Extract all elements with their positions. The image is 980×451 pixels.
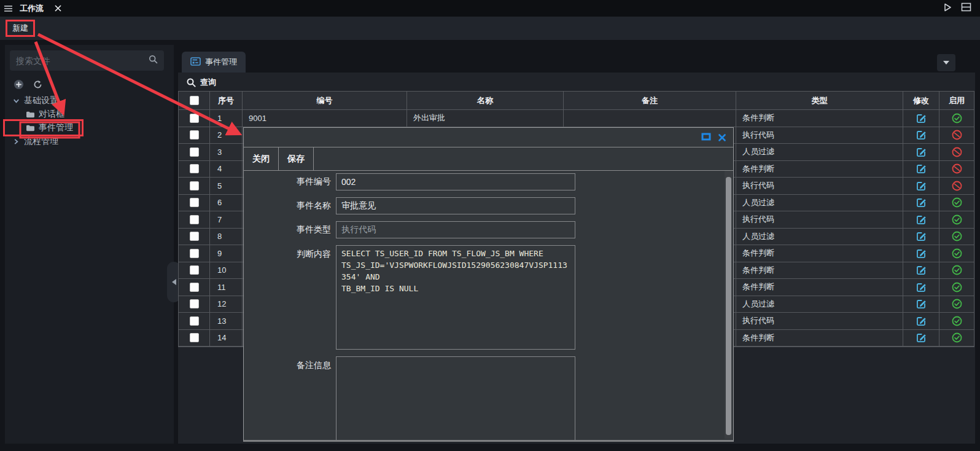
chevron-left-icon [171,278,177,286]
edit-button[interactable] [916,332,927,343]
plus-circle-icon[interactable] [14,79,24,92]
row-checkbox[interactable] [190,232,199,241]
enable-toggle[interactable] [952,113,962,124]
edit-button[interactable] [916,299,927,309]
row-checkbox[interactable] [190,198,199,207]
row-checkbox[interactable] [190,249,199,258]
cell-no: 3 [210,144,243,161]
table-header-row: 序号 编号 名称 备注 类型 修改 启用 [179,92,974,110]
search-icon [149,55,158,66]
tab-overflow-button[interactable] [937,54,955,71]
form-field: 备注信息 [278,356,725,440]
cell-no: 10 [210,262,243,280]
row-checkbox[interactable] [190,333,199,342]
enable-toggle[interactable] [952,231,962,241]
cell-no: 11 [210,279,243,296]
edit-button[interactable] [916,163,927,174]
dialog-scrollbar-thumb[interactable] [726,177,731,435]
edit-cell [903,330,939,347]
edit-icon [916,316,927,326]
tree-item[interactable]: 流程管理 [5,135,174,148]
titlebar: 工作流 [0,0,980,17]
tab-close-icon[interactable] [55,3,61,14]
edit-button[interactable] [916,147,927,157]
cell-type: 条件判断 [736,245,903,262]
row-checkbox[interactable] [190,130,199,139]
edit-cell [903,144,939,161]
refresh-icon[interactable] [33,79,43,92]
tree-item[interactable]: 基础设置 [5,94,174,108]
row-select-cell [179,279,210,296]
select-all-checkbox[interactable] [190,96,199,105]
tree-item[interactable]: 事件管理 [5,121,82,135]
tree-item[interactable]: 对话框 [5,108,174,121]
enable-toggle[interactable] [952,299,962,309]
enable-toggle[interactable] [952,332,962,343]
row-checkbox[interactable] [190,147,199,157]
row-select-cell [179,144,210,161]
judge-content-textarea[interactable] [336,245,575,350]
cell-no: 2 [210,127,243,144]
edit-cell [903,178,939,195]
edit-cell [903,296,939,313]
tab-label: 事件管理 [205,57,237,68]
enable-cell [939,195,974,212]
edit-button[interactable] [916,113,927,124]
row-checkbox[interactable] [190,215,199,224]
edit-button[interactable] [916,316,927,326]
row-checkbox[interactable] [190,299,199,308]
edit-button[interactable] [916,197,927,208]
main-tab-strip: 事件管理 [178,52,975,73]
row-checkbox[interactable] [190,164,199,173]
row-checkbox[interactable] [190,265,199,275]
check-circle-icon [952,231,962,241]
dialog-save-button[interactable]: 保存 [279,147,314,170]
enable-toggle[interactable] [952,282,962,292]
enable-toggle[interactable] [952,197,962,208]
enable-toggle[interactable] [952,130,962,140]
edit-button[interactable] [916,282,927,292]
enable-toggle[interactable] [952,316,962,326]
form-field: 判断内容 [278,245,725,350]
edit-icon [916,147,927,157]
new-button[interactable]: 新建 [6,20,35,37]
enable-cell [939,245,974,262]
search-input[interactable] [10,56,149,66]
tab-event-management[interactable]: 事件管理 [182,52,246,73]
enable-toggle[interactable] [952,248,962,259]
maximize-icon[interactable] [701,132,711,143]
row-checkbox[interactable] [190,283,199,292]
cell-type: 执行代码 [736,127,903,144]
header-code: 编号 [243,92,407,110]
document-tab[interactable]: 工作流 [16,0,65,17]
edit-button[interactable] [916,231,927,241]
event-type-input[interactable] [336,221,575,238]
header-type: 类型 [736,92,903,110]
remark-info-textarea[interactable] [336,356,575,440]
event-name-input[interactable] [336,197,575,214]
search-icon [187,78,196,87]
play-icon[interactable] [943,2,952,15]
dialog-close-button[interactable]: 关闭 [244,147,279,170]
query-button[interactable]: 查询 [187,77,216,88]
edit-button[interactable] [916,130,927,140]
edit-button[interactable] [916,265,927,275]
hamburger-icon[interactable] [0,4,16,13]
event-code-input[interactable] [336,173,575,190]
chevron-down-icon [12,97,20,105]
edit-icon [916,231,927,241]
row-checkbox[interactable] [190,181,199,190]
window-split-icon[interactable] [961,2,971,14]
enable-toggle[interactable] [952,163,962,174]
edit-button[interactable] [916,248,927,259]
enable-toggle[interactable] [952,214,962,225]
edit-button[interactable] [916,181,927,191]
enable-toggle[interactable] [952,147,962,157]
cell-type: 执行代码 [736,211,903,229]
row-checkbox[interactable] [190,316,199,326]
row-checkbox[interactable] [190,114,199,123]
enable-toggle[interactable] [952,265,962,275]
close-icon[interactable] [718,133,726,144]
edit-button[interactable] [916,214,927,225]
enable-toggle[interactable] [952,181,962,191]
